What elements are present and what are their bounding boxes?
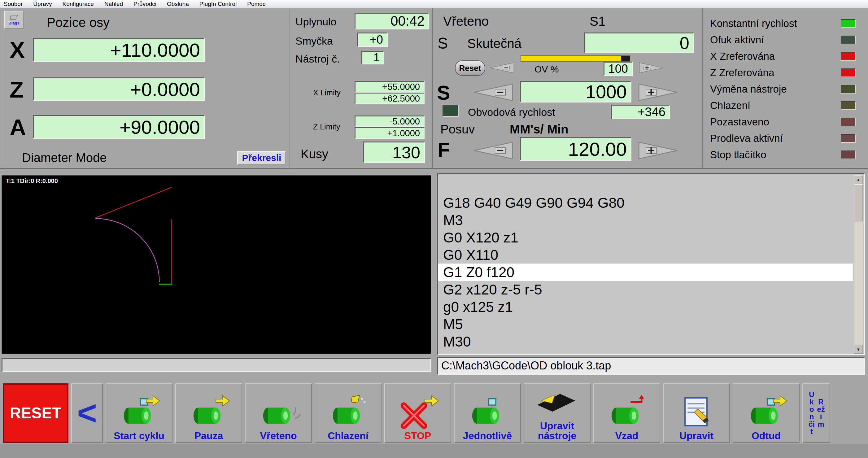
spindle-override-bar <box>521 55 630 62</box>
run-from-here-button[interactable]: Odtud <box>733 384 800 443</box>
status-label: Konstantní rychlost <box>710 18 841 29</box>
menu-konfigurace[interactable]: Konfigurace <box>62 1 94 7</box>
menu-upravy[interactable]: Úpravy <box>33 1 52 7</box>
run-from-here-icon <box>743 394 789 431</box>
edit-gcode-button[interactable]: Upravit <box>663 384 730 443</box>
toolpath-canvas <box>2 176 431 354</box>
constant-speed-led <box>841 19 856 28</box>
loop-label: Smyčka <box>296 35 333 47</box>
menu-plugin-control[interactable]: PlugIn Control <box>199 1 237 7</box>
gcode-file-path[interactable]: C:\Mach3\GCode\OD oblouk 3.tap <box>437 357 865 375</box>
gcode-line[interactable]: G18 G40 G49 G90 G94 G80 <box>438 194 853 212</box>
status-row-paused: Pozastaveno <box>703 114 868 130</box>
diags-label: Diags <box>8 21 19 25</box>
axis-label-z: Z <box>9 77 24 103</box>
dwell-active-led <box>841 134 856 143</box>
diags-button[interactable]: Diags <box>4 11 24 29</box>
scroll-track[interactable] <box>854 221 863 345</box>
menu-obsluha[interactable]: Obsluha <box>167 1 189 7</box>
status-label: Výměna nástroje <box>710 83 841 95</box>
status-row-air-blast: Ofuk aktivní <box>703 32 868 48</box>
menu-bar: Soubor Úpravy Konfigurace Náhled Průvodc… <box>0 0 868 8</box>
status-label: Z Zreferována <box>710 67 841 79</box>
dro-parts-count[interactable]: 130 <box>363 142 425 163</box>
dro-x-limit-2[interactable]: +62.5000 <box>354 93 425 104</box>
x-referenced-led <box>841 52 856 61</box>
gcode-line[interactable]: M3 <box>438 212 853 229</box>
pause-button[interactable]: Pauza <box>175 384 242 443</box>
coolant-button[interactable]: Chlazení <box>315 384 381 443</box>
status-label: X Zreferována <box>710 51 841 62</box>
dro-tool-number[interactable]: 1 <box>361 51 384 64</box>
status-label: Prodleva aktivní <box>710 132 841 144</box>
override-minus-button[interactable] <box>488 61 515 74</box>
gcode-line[interactable]: M30 <box>438 333 853 350</box>
gcode-line[interactable]: G2 x120 z-5 r-5 <box>438 281 853 298</box>
feed-units-label: MM's/ Min <box>510 122 568 136</box>
dro-z-limit-2[interactable]: +1.0000 <box>354 127 425 139</box>
stop-button[interactable]: STOP <box>384 384 451 443</box>
reset-button[interactable]: RESET <box>3 384 68 443</box>
spindle-title: Vřeteno <box>443 14 489 29</box>
scroll-up-icon[interactable]: ▲ <box>854 175 863 184</box>
x-limits-label: X Limity <box>313 88 341 97</box>
button-label: Jednotlivě <box>463 431 512 441</box>
dro-x[interactable]: +110.0000 <box>33 38 205 62</box>
scroll-down-icon[interactable]: ▼ <box>854 345 863 354</box>
spindle-speed-minus-button[interactable] <box>470 83 515 102</box>
gcode-line-current[interactable]: G1 Z0 f120 <box>438 264 853 281</box>
button-label: STOP <box>404 431 431 441</box>
dro-a[interactable]: +90.0000 <box>33 115 205 139</box>
feed-minus-button[interactable] <box>470 141 515 160</box>
edit-gcode-icon <box>673 394 720 431</box>
spindle-speed-plus-button[interactable] <box>637 83 682 102</box>
cycle-start-button[interactable]: Start cyklu <box>105 384 173 443</box>
exit-label-line2: Režim <box>817 398 825 428</box>
toolpath-display[interactable]: T:1 TDir:0 R:0.000 <box>2 175 431 354</box>
css-mode-led[interactable] <box>442 105 459 117</box>
status-row-tool-change: Výměna nástroje <box>703 81 868 97</box>
dro-z[interactable]: +0.0000 <box>33 78 205 101</box>
spindle-override-reset-button[interactable]: Reset <box>455 60 485 76</box>
dro-spindle-speed[interactable]: 1000 <box>520 81 631 102</box>
stop-button-led <box>841 151 856 159</box>
spindle-button[interactable]: Vřeteno <box>245 384 312 443</box>
menu-soubor[interactable]: Soubor <box>4 1 23 7</box>
status-row-x-referenced: X Zreferována <box>703 48 868 64</box>
dro-override[interactable]: 100 <box>603 62 633 76</box>
tool-number-label: Nástroj č. <box>296 53 340 65</box>
override-plus-button[interactable] <box>638 61 665 74</box>
menu-pruvodci[interactable]: Průvodci <box>133 1 156 7</box>
gcode-line[interactable]: G0 X120 z1 <box>438 229 853 246</box>
gcode-scrollbar[interactable]: ▲ ▼ <box>854 175 863 354</box>
menu-nahled[interactable]: Náhled <box>104 1 123 7</box>
feed-plus-button[interactable] <box>637 141 682 160</box>
rewind-button[interactable]: Vzad <box>593 384 660 443</box>
edit-tools-button[interactable]: Upravit nástroje <box>524 384 591 443</box>
stop-icon <box>395 394 441 431</box>
dro-z-limit-1[interactable]: -5.0000 <box>354 116 425 127</box>
single-block-button[interactable]: Jednotlivě <box>454 384 521 443</box>
exit-mode-button[interactable]: Ukončit Režim <box>802 384 830 443</box>
back-button[interactable]: < <box>71 384 103 443</box>
scroll-thumb[interactable] <box>854 184 863 221</box>
gcode-line[interactable]: g0 x125 z1 <box>438 298 853 315</box>
gcode-list[interactable]: G18 G40 G49 G90 G94 G80 M3 G0 X120 z1 G0… <box>437 173 865 355</box>
axis-label-a: A <box>9 114 26 141</box>
gcode-line[interactable]: M5 <box>438 315 853 333</box>
spindle-actual-label: Skutečná <box>467 36 522 51</box>
axis-panel-title: Pozice osy <box>47 15 110 30</box>
dro-spindle-actual[interactable]: 0 <box>584 32 694 53</box>
dro-feed-rate[interactable]: 120.00 <box>520 137 631 161</box>
dro-loop[interactable]: +0 <box>358 32 388 47</box>
menu-pomoc[interactable]: Pomoc <box>247 1 266 7</box>
dro-x-limit-1[interactable]: +55.0000 <box>354 81 425 93</box>
redraw-button[interactable]: Překresli <box>237 151 286 165</box>
button-label: Odtud <box>751 431 781 441</box>
dro-css-value[interactable]: +346 <box>611 105 670 119</box>
rewind-icon <box>603 394 650 431</box>
button-label: Upravit <box>679 431 713 441</box>
gcode-line[interactable]: G0 X110 <box>438 246 853 264</box>
paused-led <box>841 118 856 126</box>
dro-elapsed-time[interactable]: 00:42 <box>354 13 429 29</box>
